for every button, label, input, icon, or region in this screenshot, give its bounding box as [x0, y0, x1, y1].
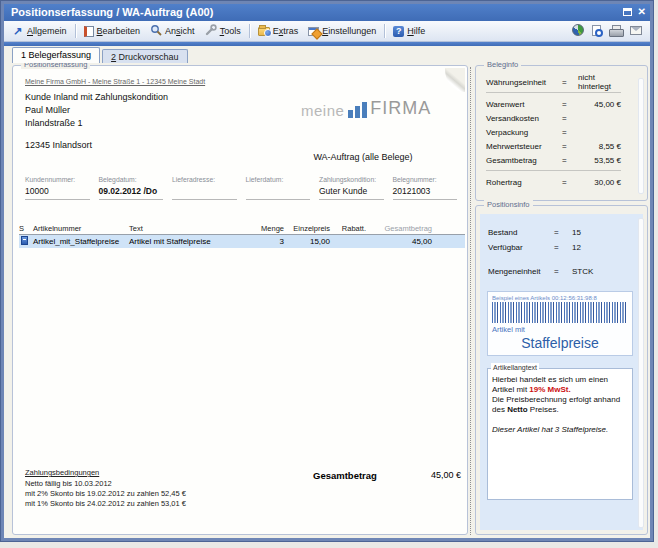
positionsinfo-group: Positionsinfo Bestand = 15 Verfügbar = 1…: [475, 205, 648, 535]
toolbar-separator: [249, 24, 250, 38]
article-image-line1: Artikel mit: [492, 325, 628, 334]
beleginfo-row-waehrungseinheit: Währungseinheit = nicht hinterlegt: [486, 76, 621, 88]
artikellangtext-paragraph: Hierbei handelt es sich um einen Artikel…: [492, 375, 628, 395]
divider: [486, 170, 621, 171]
magnifier-icon: [150, 24, 162, 38]
notebook-icon: [84, 26, 94, 37]
printer-icon[interactable]: [609, 25, 622, 36]
clock-document-icon[interactable]: [592, 25, 601, 36]
toolbar-separator: [75, 24, 76, 38]
artikellangtext-note: Dieser Artikel hat 3 Staffelpreise.: [492, 425, 628, 435]
menu-ansicht-label: Ansicht: [165, 26, 195, 36]
divider: [486, 92, 621, 93]
menu-extras[interactable]: Extras: [253, 24, 304, 38]
menu-tools[interactable]: Tools: [200, 22, 246, 40]
payment-terms-heading: Zahlungsbedingungen: [25, 468, 186, 478]
tab-strip: 1 Belegerfassung 2 Druckvorschau: [4, 46, 650, 63]
positions-table: S Artikelnummer Text Menge Einzelpreis R…: [19, 222, 465, 248]
menu-hilfe-label: Hilfe: [407, 26, 425, 36]
artikellangtext-box: Artikellangtext Hierbei handelt es sich …: [487, 368, 633, 500]
menu-ansicht[interactable]: Ansicht: [145, 22, 200, 40]
equals-sign: =: [562, 142, 578, 151]
pie-chart-icon[interactable]: [572, 24, 584, 36]
positionsinfo-row-verfuegbar: Verfügbar = 12: [488, 241, 635, 253]
beleginfo-group: Beleginfo Währungseinheit = nicht hinter…: [475, 65, 648, 201]
field-zahlungskondition[interactable]: Zahlungskondition: Guter Kunde: [319, 176, 384, 200]
beleginfo-row-versandkosten: Versandkosten =: [486, 112, 621, 124]
envelope-icon[interactable]: [630, 26, 642, 35]
field-belegnummer[interactable]: Belegnummer: 20121003: [393, 176, 458, 200]
menu-einstellungen[interactable]: Einstellungen: [303, 24, 381, 38]
menu-hilfe[interactable]: Hilfe: [388, 24, 430, 39]
close-icon[interactable]: ✕: [638, 6, 646, 18]
arrow-up-right-icon: [13, 26, 24, 37]
barcode-icon: [492, 302, 628, 323]
company-logo: meine FIRMA: [301, 98, 431, 119]
scrollbar[interactable]: [638, 78, 644, 194]
logo-word-meine: meine: [301, 102, 344, 119]
page-curl-decoration: [445, 68, 465, 92]
title-bar: Positionserfassung / WA-Auftrag (A00) ✕: [4, 4, 650, 21]
article-image-line2: Staffelpreise: [492, 335, 628, 351]
tab-druckvorschau[interactable]: 2 Druckvorschau: [102, 49, 188, 63]
recipient-postal-line: 12345 Inlandsort: [25, 139, 168, 152]
article-document-icon: [21, 236, 28, 245]
barcode-caption: Beispiel eines Artikels 00:12:56:31:98:8: [492, 295, 628, 301]
equals-sign: =: [562, 178, 578, 187]
help-icon: [393, 26, 404, 37]
toolbar-separator: [384, 24, 385, 38]
beleginfo-row-gesamtbetrag: Gesamtbetrag = 53,55 €: [486, 154, 621, 166]
menu-einstellungen-label: Einstellungen: [322, 26, 376, 36]
payment-line: mit 2% Skonto bis 19.02.2012 zu zahlen 5…: [25, 489, 186, 499]
menu-tools-label: Tools: [220, 26, 241, 36]
equals-sign: =: [562, 156, 578, 165]
menu-allgemein-label: Allgemein: [27, 26, 67, 36]
equals-sign: =: [562, 114, 578, 123]
restore-icon[interactable]: [623, 8, 632, 16]
menu-bearbeiten-label: Bearbeiten: [97, 26, 141, 36]
payment-line: mit 1% Skonto bis 24.02.2012 zu zahlen 5…: [25, 499, 186, 509]
recipient-line: Paul Müller: [25, 104, 168, 117]
equals-sign: =: [554, 243, 572, 252]
payment-terms: Zahlungsbedingungen Netto fällig bis 10.…: [25, 468, 186, 509]
equals-sign: =: [562, 78, 578, 87]
table-row[interactable]: Artikel_mit_Staffelpreise Artikel mit St…: [19, 235, 465, 248]
logo-bars-icon: [348, 102, 367, 118]
toolbar: Allgemein Bearbeiten Ansicht Tools Extra…: [4, 21, 650, 42]
artikellangtext-paragraph: Die Preisberechnung erfolgt anhand des N…: [492, 395, 628, 415]
equals-sign: =: [554, 228, 572, 237]
settings-window-icon: [308, 27, 319, 36]
beleginfo-row-rohertrag: Rohertrag = 30,00 €: [486, 176, 621, 188]
positions-table-header: S Artikelnummer Text Menge Einzelpreis R…: [19, 222, 465, 235]
window-title: Positionserfassung / WA-Auftrag (A00): [11, 6, 213, 18]
field-kundennummer[interactable]: Kundennummer: 10000: [25, 176, 90, 200]
panel-separator: [470, 67, 471, 535]
document-header-fields: Kundennummer: 10000 Belegdatum: 09.02.20…: [25, 176, 457, 200]
positionserfassung-group: Positionserfassung Meine Firma GmbH - Me…: [12, 65, 468, 535]
recipient-line: Inlandstraße 1: [25, 117, 168, 130]
positionsinfo-group-label: Positionsinfo: [484, 200, 533, 209]
positionsinfo-row-mengeneinheit: Mengeneinheit = STCK: [488, 265, 635, 277]
beleginfo-group-label: Beleginfo: [484, 60, 521, 69]
folder-icon: [258, 27, 270, 36]
positionsinfo-panel: Bestand = 15 Verfügbar = 12 Mengeneinhei…: [480, 214, 643, 530]
document-type: WA-Auftrag (alle Belege): [263, 152, 463, 162]
recipient-line: Kunde Inland mit Zahlungskondition: [25, 91, 168, 104]
menu-allgemein[interactable]: Allgemein: [8, 24, 72, 39]
menu-extras-label: Extras: [273, 26, 299, 36]
equals-sign: =: [554, 267, 572, 276]
total-value: 45,00 €: [373, 470, 461, 480]
payment-line: Netto fällig bis 10.03.2012: [25, 479, 186, 489]
equals-sign: =: [562, 100, 578, 109]
scrollbar[interactable]: [638, 218, 644, 528]
mwst-highlight: 19% MwSt.: [529, 385, 570, 394]
tab-belegerfassung[interactable]: 1 Belegerfassung: [12, 47, 100, 63]
field-lieferdatum[interactable]: Lieferdatum:: [246, 176, 311, 200]
field-lieferadresse[interactable]: Lieferadresse:: [172, 176, 237, 200]
field-belegdatum[interactable]: Belegdatum: 09.02.2012 /Do: [99, 176, 164, 200]
artikellangtext-label: Artikellangtext: [491, 363, 539, 373]
menu-bearbeiten[interactable]: Bearbeiten: [79, 24, 146, 39]
sender-line: Meine Firma GmbH - Meine Straße 1 - 1234…: [25, 78, 205, 85]
total-label: Gesamtbetrag: [313, 470, 377, 481]
app-window: Positionserfassung / WA-Auftrag (A00) ✕ …: [1, 1, 653, 541]
